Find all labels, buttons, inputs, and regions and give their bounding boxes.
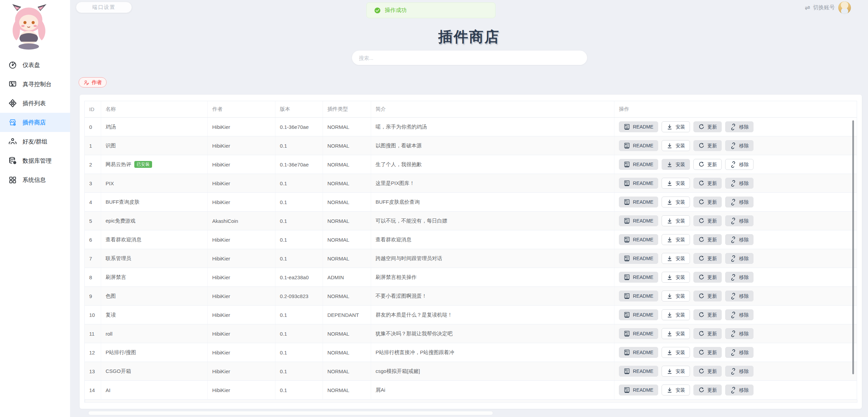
cell-version: 0.1-ea238a0 <box>275 268 323 286</box>
unlink-icon <box>730 255 736 262</box>
install-button[interactable]: 安装 <box>662 197 690 207</box>
cell-author: AkashiCoin <box>208 212 275 230</box>
remove-button[interactable]: 移除 <box>725 215 754 226</box>
cell-version: 0.1 <box>275 136 323 155</box>
cell-id: 1 <box>85 136 101 155</box>
remove-button[interactable]: 移除 <box>725 121 754 132</box>
console-icon <box>8 80 17 89</box>
install-button[interactable]: 安装 <box>662 291 690 301</box>
install-button[interactable]: 安装 <box>662 121 690 132</box>
install-button[interactable]: 安装 <box>662 234 690 245</box>
sidebar-item-database[interactable]: 数据库管理 <box>0 151 70 170</box>
update-button[interactable]: 更新 <box>693 215 722 226</box>
install-button[interactable]: 安装 <box>662 309 690 320</box>
install-button[interactable]: 安装 <box>662 347 690 358</box>
readme-button[interactable]: README <box>619 291 658 301</box>
download-icon <box>666 274 673 281</box>
remove-button[interactable]: 移除 <box>725 253 754 264</box>
sidebar-item-system-info[interactable]: 系统信息 <box>0 170 70 189</box>
readme-doc-icon <box>624 180 630 187</box>
update-button[interactable]: 更新 <box>693 272 722 283</box>
cell-version: 0.1-36e70ae <box>275 118 323 136</box>
port-settings-button[interactable]: 端口设置 <box>76 2 132 13</box>
readme-button[interactable]: README <box>619 215 658 226</box>
readme-button[interactable]: README <box>619 385 658 395</box>
update-button[interactable]: 更新 <box>693 178 722 189</box>
user-avatar[interactable] <box>838 1 851 14</box>
update-button[interactable]: 更新 <box>693 385 722 395</box>
readme-button[interactable]: README <box>619 309 658 320</box>
remove-button[interactable]: 移除 <box>725 328 754 339</box>
remove-button[interactable]: 移除 <box>725 178 754 189</box>
install-button[interactable]: 安装 <box>662 215 690 226</box>
remove-button[interactable]: 移除 <box>725 234 754 245</box>
update-button[interactable]: 更新 <box>693 347 722 358</box>
readme-button[interactable]: README <box>619 178 658 189</box>
cell-actions: README 安装 更新 移除 <box>614 155 857 174</box>
readme-button[interactable]: README <box>619 197 658 207</box>
update-button[interactable]: 更新 <box>693 159 722 170</box>
install-button[interactable]: 安装 <box>662 140 690 151</box>
remove-button[interactable]: 移除 <box>725 309 754 320</box>
readme-button[interactable]: README <box>619 366 658 377</box>
remove-button[interactable]: 移除 <box>725 159 754 170</box>
update-button[interactable]: 更新 <box>693 366 722 377</box>
remove-button[interactable]: 移除 <box>725 140 754 151</box>
sidebar-item-friends-groups[interactable]: 好友/群组 <box>0 132 70 151</box>
cell-actions: README 安装 更新 移除 <box>614 287 857 305</box>
readme-button[interactable]: README <box>619 272 658 283</box>
cell-description: 刷屏禁言相关操作 <box>371 268 614 286</box>
remove-button[interactable]: 移除 <box>725 385 754 395</box>
table-vertical-scrollbar[interactable] <box>852 120 854 374</box>
install-button[interactable]: 安装 <box>662 253 690 264</box>
update-button[interactable]: 更新 <box>693 121 722 132</box>
cell-version: 0.1 <box>275 324 323 343</box>
readme-button[interactable]: README <box>619 121 658 132</box>
update-button[interactable]: 更新 <box>693 328 722 339</box>
cell-author: HibiKier <box>208 174 275 192</box>
sidebar-item-dashboard[interactable]: 仪表盘 <box>0 55 70 75</box>
readme-button-label: README <box>633 331 653 336</box>
cell-author: HibiKier <box>208 118 275 136</box>
install-button[interactable]: 安装 <box>662 385 690 395</box>
readme-button[interactable]: README <box>619 328 658 339</box>
unlink-icon <box>730 312 736 318</box>
readme-doc-icon <box>624 161 630 168</box>
install-button[interactable]: 安装 <box>662 178 690 189</box>
readme-button-label: README <box>633 275 653 280</box>
cell-id: 7 <box>85 249 101 268</box>
readme-button[interactable]: README <box>619 253 658 264</box>
horizontal-scrollbar[interactable] <box>88 411 493 415</box>
readme-button[interactable]: README <box>619 347 658 358</box>
update-button-label: 更新 <box>707 331 717 336</box>
update-button[interactable]: 更新 <box>693 197 722 207</box>
remove-button[interactable]: 移除 <box>725 272 754 283</box>
update-button[interactable]: 更新 <box>693 291 722 301</box>
switch-account-button[interactable]: ⇌ 切换账号 <box>805 4 835 12</box>
readme-button[interactable]: README <box>619 234 658 245</box>
sidebar: 仪表盘 真寻控制台 插件列表 插件商店 <box>0 0 70 417</box>
readme-button[interactable]: README <box>619 159 658 170</box>
sidebar-item-plugin-store[interactable]: 插件商店 <box>0 113 70 132</box>
install-button[interactable]: 安装 <box>662 272 690 283</box>
update-button[interactable]: 更新 <box>693 140 722 151</box>
install-button[interactable]: 安装 <box>662 328 690 339</box>
sidebar-item-console[interactable]: 真寻控制台 <box>0 75 70 94</box>
author-filter-chip[interactable]: 作者 <box>79 77 107 88</box>
refresh-icon <box>698 180 705 187</box>
remove-button[interactable]: 移除 <box>725 291 754 301</box>
update-button[interactable]: 更新 <box>693 234 722 245</box>
download-icon <box>666 218 673 224</box>
install-button[interactable]: 安装 <box>662 159 690 170</box>
cell-author: HibiKier <box>208 287 275 305</box>
readme-button[interactable]: README <box>619 140 658 151</box>
remove-button[interactable]: 移除 <box>725 197 754 207</box>
remove-button[interactable]: 移除 <box>725 366 754 377</box>
sidebar-item-plugin-list[interactable]: 插件列表 <box>0 94 70 113</box>
search-input[interactable] <box>352 51 587 65</box>
remove-button[interactable]: 移除 <box>725 347 754 358</box>
install-button[interactable]: 安装 <box>662 366 690 377</box>
unlink-icon <box>730 161 736 168</box>
update-button[interactable]: 更新 <box>693 309 722 320</box>
update-button[interactable]: 更新 <box>693 253 722 264</box>
